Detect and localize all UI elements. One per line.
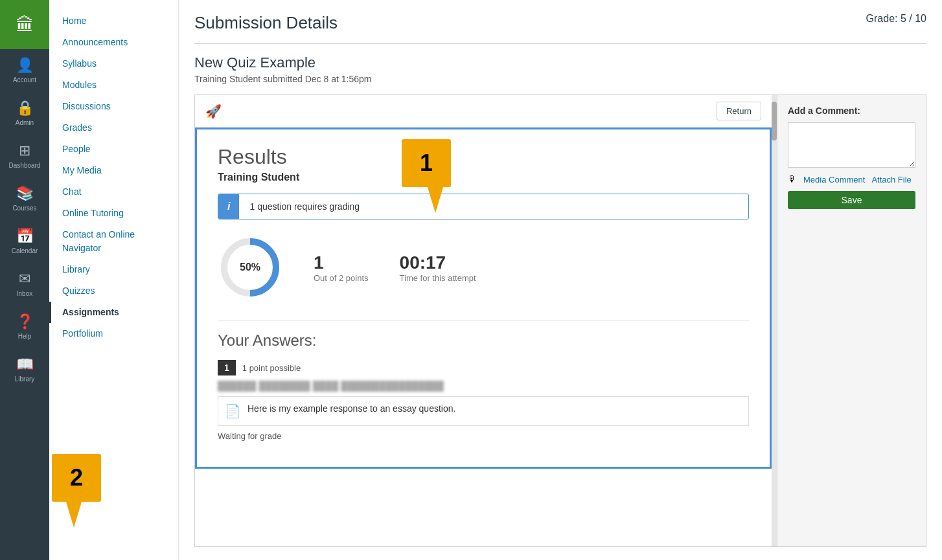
nav-people[interactable]: People — [49, 139, 178, 160]
quiz-title: New Quiz Example — [194, 54, 926, 71]
question-number: 1 — [218, 360, 236, 375]
submission-toolbar: 🚀 Return — [195, 95, 772, 128]
submission-frame: 🚀 Return Results Training Student i 1 qu… — [194, 95, 926, 547]
nav-item-admin[interactable]: 🔒 Admin — [0, 92, 49, 135]
help-icon: ❓ — [16, 313, 34, 330]
logo[interactable]: 🏛 — [0, 0, 49, 49]
grade-label: Grade: — [866, 13, 898, 24]
callout-box-2: 2 — [52, 454, 101, 502]
info-icon: i — [218, 194, 239, 219]
nav-item-account[interactable]: 👤 Account — [0, 49, 49, 92]
time-stat: 00:17 Time for this attempt — [400, 252, 476, 283]
nav-assignments[interactable]: Assignments — [49, 302, 178, 323]
nav-syllabus[interactable]: Syllabus — [49, 53, 178, 74]
grade-info: Grade: 5 / 10 — [866, 13, 926, 25]
points-desc: Out of 2 points — [314, 273, 369, 283]
courses-icon: 📚 — [16, 185, 34, 202]
nav-item-dashboard[interactable]: ⊞ Dashboard — [0, 135, 49, 177]
callout-1-wrapper: 1 — [402, 139, 451, 187]
question-points: 1 point possible — [242, 363, 301, 373]
nav-item-library[interactable]: 📖 Library — [0, 348, 49, 391]
nav-my-media[interactable]: My Media — [49, 160, 178, 181]
help-label: Help — [18, 333, 32, 341]
nav-modules[interactable]: Modules — [49, 74, 178, 96]
info-banner: i 1 question requires grading — [218, 194, 749, 219]
question-header: 1 1 point possible — [218, 360, 749, 375]
results-heading: Results — [218, 145, 749, 169]
return-button[interactable]: Return — [717, 102, 761, 120]
submission-main: 🚀 Return Results Training Student i 1 qu… — [195, 95, 772, 546]
media-comment-icon: 🎙 — [788, 174, 797, 185]
nav-online-tutoring[interactable]: Online Tutoring — [49, 203, 178, 224]
callout-box-1: 1 — [402, 139, 451, 187]
progress-donut: 50% — [218, 235, 282, 300]
answer-text: Here is my example response to an essay … — [247, 403, 455, 414]
answer-doc-icon: 📄 — [225, 403, 241, 419]
results-content: Results Training Student i 1 question re… — [195, 128, 772, 469]
scrollbar-track[interactable] — [772, 95, 777, 546]
nav-contact-navigator[interactable]: Contact an Online Navigator — [49, 224, 178, 259]
inbox-label: Inbox — [17, 290, 32, 298]
question-block: 1 1 point possible ██████ ████████ ████ … — [218, 360, 749, 441]
nav-portfolium[interactable]: Portfolium — [49, 323, 178, 344]
page-title: Submission Details — [194, 13, 338, 33]
info-banner-text: 1 question requires grading — [239, 195, 370, 218]
page-header: Submission Details Grade: 5 / 10 — [194, 13, 926, 33]
time-value: 00:17 — [400, 252, 476, 273]
rocket-icon: 🚀 — [205, 104, 222, 119]
scrollbar-thumb[interactable] — [772, 102, 777, 140]
nav-grades[interactable]: Grades — [49, 117, 178, 139]
account-icon: 👤 — [16, 57, 34, 74]
library-label: Library — [15, 375, 35, 383]
admin-icon: 🔒 — [16, 100, 34, 117]
comment-actions: 🎙 Media Comment Attach File — [788, 174, 915, 185]
save-button[interactable]: Save — [788, 191, 915, 209]
nav-item-inbox[interactable]: ✉ Inbox — [0, 263, 49, 306]
courses-label: Courses — [12, 205, 36, 212]
library-icon: 📖 — [16, 356, 34, 373]
nav-library[interactable]: Library — [49, 259, 178, 280]
nav-item-courses[interactable]: 📚 Courses — [0, 177, 49, 220]
answer-box: 📄 Here is my example response to an essa… — [218, 396, 749, 426]
main-content: Submission Details Grade: 5 / 10 New Qui… — [179, 0, 942, 560]
media-comment-button[interactable]: Media Comment — [803, 175, 865, 185]
time-desc: Time for this attempt — [400, 273, 476, 283]
content-area: Submission Details Grade: 5 / 10 New Qui… — [179, 0, 942, 560]
question-text: ██████ ████████ ████ ████████████████ — [218, 381, 749, 391]
calendar-icon: 📅 — [16, 228, 34, 245]
dashboard-label: Dashboard — [9, 162, 41, 170]
waiting-grade: Waiting for grade — [218, 431, 749, 441]
callout-2-wrapper: 2 — [52, 454, 101, 502]
stats-row: 50% 1 Out of 2 points 00:17 Time for thi… — [218, 235, 749, 300]
results-student: Training Student — [218, 172, 749, 183]
calendar-label: Calendar — [12, 247, 38, 255]
points-stat: 1 Out of 2 points — [314, 252, 369, 283]
comment-label: Add a Comment: — [788, 106, 915, 116]
comment-panel: Add a Comment: 🎙 Media Comment Attach Fi… — [777, 95, 926, 546]
global-navigation: 🏛 👤 Account 🔒 Admin ⊞ Dashboard 📚 Course… — [0, 0, 49, 560]
points-value: 1 — [314, 252, 369, 273]
account-label: Account — [13, 76, 36, 84]
answers-heading: Your Answers: — [218, 320, 749, 350]
nav-announcements[interactable]: Announcements — [49, 32, 178, 53]
nav-discussions[interactable]: Discussions — [49, 96, 178, 117]
nav-quizzes[interactable]: Quizzes — [49, 280, 178, 302]
inbox-icon: ✉ — [19, 271, 30, 287]
divider — [194, 43, 926, 44]
nav-chat[interactable]: Chat — [49, 181, 178, 203]
comment-textarea[interactable] — [788, 122, 915, 168]
callout-2-arrow — [66, 502, 82, 528]
percentage-label: 50% — [240, 262, 260, 273]
callout-1-arrow — [428, 187, 443, 213]
nav-item-help[interactable]: ❓ Help — [0, 306, 49, 348]
admin-label: Admin — [16, 119, 34, 127]
nav-home[interactable]: Home — [49, 10, 178, 32]
nav-item-calendar[interactable]: 📅 Calendar — [0, 220, 49, 263]
submission-info: Training Student submitted Dec 8 at 1:56… — [194, 74, 926, 84]
grade-value: 5 / 10 — [901, 13, 926, 24]
dashboard-icon: ⊞ — [19, 142, 30, 159]
attach-file-button[interactable]: Attach File — [871, 175, 911, 185]
